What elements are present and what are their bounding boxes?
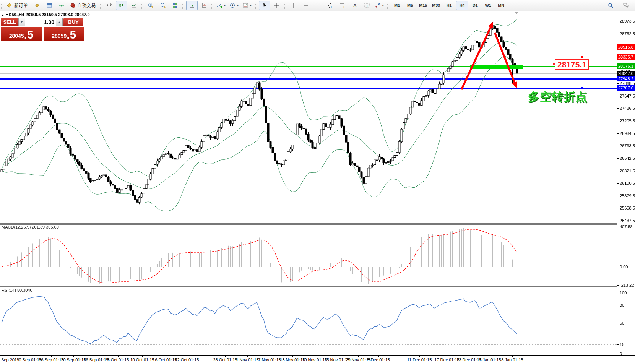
arrows-button[interactable]: ▼ xyxy=(374,1,386,10)
buy-button[interactable]: BUY xyxy=(63,18,83,26)
symbol-info-bar[interactable]: ▴HK50-,H4 28150.5 28150.5 27993.0 28047.… xyxy=(2,12,90,17)
tf-h1[interactable]: H1 xyxy=(443,1,455,10)
price-axis[interactable]: 28973.528752.528531.528310.528089.527868… xyxy=(617,11,635,355)
hline-handle-28335.7[interactable] xyxy=(581,56,583,58)
buy-price-main: 28059 xyxy=(52,33,67,41)
buy-price-frac: .5 xyxy=(67,29,76,41)
tf-mn[interactable]: MN xyxy=(495,1,507,10)
auto-trading-button[interactable]: 自动交易 xyxy=(68,1,98,10)
buy-price-box[interactable]: 28059.5 xyxy=(44,27,85,41)
tile-windows-button[interactable] xyxy=(169,1,181,10)
volume-decrease-button[interactable]: ▼ xyxy=(18,18,25,26)
axis-tick-mark xyxy=(617,221,619,221)
one-click-collapse-arrow[interactable]: ▴ xyxy=(2,13,4,17)
new-order-button[interactable]: 新订单 xyxy=(5,1,31,10)
sell-price-box[interactable]: 28045.5 xyxy=(1,27,42,41)
main-chart-canvas[interactable] xyxy=(0,11,617,223)
zoom-out-button[interactable] xyxy=(157,1,169,10)
chart-window-button[interactable] xyxy=(44,1,55,10)
toolbar-grip-scroll[interactable] xyxy=(182,2,185,9)
new-order-button-label: 新订单 xyxy=(14,2,28,9)
support-zone-highlight[interactable] xyxy=(470,65,523,69)
toolbar-grip-chart-type[interactable] xyxy=(100,2,102,9)
crosshair-button[interactable] xyxy=(271,1,283,10)
horizontal-line-button[interactable] xyxy=(300,1,312,10)
toolbar-grip-timeframes[interactable] xyxy=(387,2,390,9)
cursor-button[interactable] xyxy=(259,1,270,10)
dropdown-arrow-icon[interactable]: ▼ xyxy=(249,4,252,7)
chart-shift-marker[interactable] xyxy=(515,12,518,14)
price-level-badge-28515.8: 28515.8 xyxy=(617,44,635,50)
price-tag-handle[interactable] xyxy=(553,63,555,65)
search-button[interactable] xyxy=(605,1,616,10)
zoom-out-icon xyxy=(160,2,166,8)
axis-tick-mark xyxy=(617,83,619,84)
time-axis[interactable]: Sep 201910 Sep 01:1516 Sep 01:1520 Sep 0… xyxy=(0,356,635,364)
axis-tick-mark xyxy=(617,96,619,96)
trendline-button[interactable] xyxy=(312,1,324,10)
time-tick-mark xyxy=(512,356,513,357)
price-axis-tick: 28752.5 xyxy=(620,31,635,36)
periods-button[interactable]: ▼ xyxy=(228,1,240,10)
tf-m30[interactable]: M30 xyxy=(430,1,442,10)
line-chart-button[interactable] xyxy=(128,1,140,10)
crosshair-icon xyxy=(274,2,280,8)
time-tick-mark xyxy=(165,356,165,357)
volume-increase-button[interactable]: ▲ xyxy=(56,18,63,26)
candle-chart-button[interactable] xyxy=(116,1,127,10)
indicators-button[interactable]: ▼ xyxy=(215,1,227,10)
macd-axis-tick: 407.58 xyxy=(620,224,633,229)
price-tag-label[interactable]: 28175.1 xyxy=(555,59,589,70)
vertical-line-button[interactable] xyxy=(288,1,299,10)
auto-scroll-button[interactable] xyxy=(186,1,198,10)
templates-button[interactable]: ▼ xyxy=(241,1,253,10)
rsi-panel-canvas[interactable] xyxy=(0,288,617,355)
fibonacci-button[interactable]: F xyxy=(337,1,348,10)
bar-chart-button[interactable] xyxy=(104,1,115,10)
template-icon xyxy=(242,2,248,8)
tf-m5[interactable]: M5 xyxy=(404,1,416,10)
time-axis-label: 8 Jan 01:15 xyxy=(501,358,523,362)
tf-d1[interactable]: D1 xyxy=(469,1,481,10)
toolbar-grip-trade[interactable] xyxy=(1,2,3,9)
svg-text:T: T xyxy=(366,4,368,8)
time-axis-label: 2 Jan 01:15 xyxy=(479,358,501,362)
chat-button[interactable] xyxy=(620,1,632,10)
svg-text:F: F xyxy=(343,6,345,8)
window-icon xyxy=(46,2,52,8)
rsi-axis-tick: 15 xyxy=(620,342,624,347)
tf-w1[interactable]: W1 xyxy=(482,1,494,10)
tf-h4[interactable]: H4 xyxy=(456,1,468,10)
rsi-axis-tick: 100 xyxy=(620,291,627,295)
toolbar-grip-zoom[interactable] xyxy=(141,2,143,9)
macd-panel-canvas[interactable] xyxy=(0,224,617,286)
zoom-in-button[interactable] xyxy=(145,1,156,10)
rsi-indicator-label: RSI(14) 50.3040 xyxy=(2,288,32,292)
sell-button[interactable]: SELL xyxy=(1,18,18,26)
channel-button[interactable]: E xyxy=(325,1,336,10)
volume-input[interactable] xyxy=(25,18,56,26)
panel-splitter-macd[interactable] xyxy=(0,223,635,225)
price-axis-tick: 27426.5 xyxy=(620,106,635,110)
tf-m1[interactable]: M1 xyxy=(391,1,403,10)
order-tag-button[interactable] xyxy=(31,1,43,10)
price-level-badge-28175.1: 28175.1 xyxy=(617,63,635,69)
dropdown-arrow-icon[interactable]: ▼ xyxy=(382,4,385,7)
chart-note-text[interactable]: 多空转折点 xyxy=(528,89,587,105)
chartshift-icon xyxy=(201,2,207,8)
axis-tick-mark xyxy=(617,171,619,171)
panel-splitter-rsi[interactable] xyxy=(0,286,635,288)
fibo-icon: F xyxy=(339,2,346,8)
time-axis-label: 3 Oct 01:15 xyxy=(107,358,129,362)
toolbar-grip-objects[interactable] xyxy=(284,2,286,9)
chart-shift-button[interactable] xyxy=(198,1,210,10)
dropdown-arrow-icon[interactable]: ▼ xyxy=(236,4,239,7)
toolbar-grip-cursor[interactable] xyxy=(255,2,257,9)
signal-button[interactable] xyxy=(56,1,67,10)
label-button[interactable]: T xyxy=(361,1,373,10)
symbol-ohlc-text: HK50-,H4 28150.5 28150.5 27993.0 28047.0 xyxy=(6,12,90,17)
tf-m15[interactable]: M15 xyxy=(417,1,429,10)
dropdown-arrow-icon[interactable]: ▼ xyxy=(223,4,226,7)
toolbar-grip-insert[interactable] xyxy=(211,2,214,9)
text-button[interactable]: A xyxy=(349,1,361,10)
